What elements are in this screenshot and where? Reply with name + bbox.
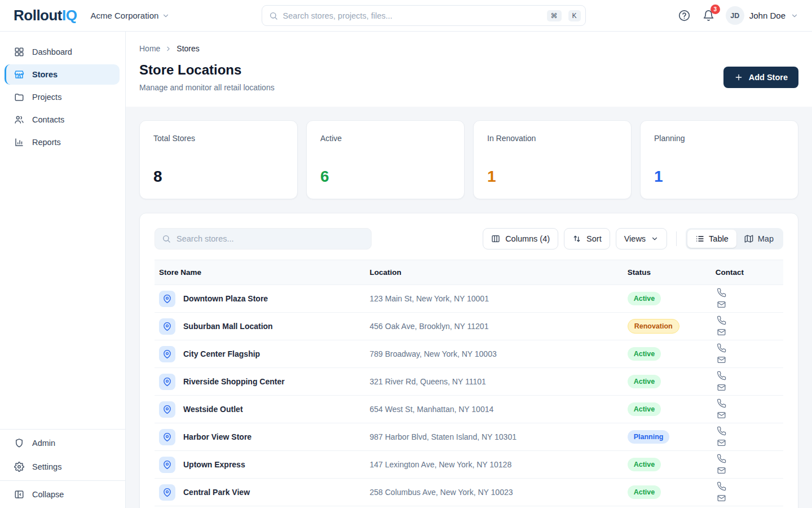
table-row[interactable]: Suburban Mall Location 456 Oak Ave, Broo…: [155, 313, 783, 340]
status-badge: Active: [628, 347, 661, 361]
sidebar-item-label: Collapse: [32, 490, 64, 499]
store-name: Harbor View Store: [183, 432, 251, 441]
mail-icon[interactable]: [716, 465, 727, 476]
sidebar-item-stores[interactable]: Stores: [5, 64, 120, 85]
logo-accent: IQ: [62, 7, 77, 24]
mail-icon[interactable]: [716, 437, 727, 449]
stat-label: Active: [320, 134, 451, 143]
stat-card-renovation: In Renovation 1: [473, 120, 632, 199]
store-name: Downtown Plaza Store: [183, 294, 268, 303]
view-map-button[interactable]: Map: [736, 230, 782, 248]
store-search-input[interactable]: [176, 234, 364, 243]
view-map-label: Map: [758, 234, 774, 243]
breadcrumb: Home Stores: [139, 44, 798, 53]
chevron-down-icon: [651, 235, 659, 243]
view-table-button[interactable]: Table: [687, 230, 736, 248]
status-badge: Active: [628, 458, 661, 471]
map-pin-icon: [159, 318, 175, 335]
stat-value: 6: [320, 168, 451, 186]
map-pin-icon: [159, 291, 175, 307]
help-button[interactable]: [677, 8, 691, 23]
mail-icon[interactable]: [716, 326, 727, 338]
status-badge: Active: [628, 402, 661, 416]
sidebar-item-dashboard[interactable]: Dashboard: [5, 42, 120, 62]
sidebar-divider: [0, 480, 125, 481]
stat-label: Planning: [654, 134, 784, 143]
sidebar-item-reports[interactable]: Reports: [5, 132, 120, 152]
view-table-label: Table: [709, 234, 729, 243]
stat-value: 8: [153, 168, 284, 186]
global-search-input[interactable]: [283, 11, 540, 20]
mail-icon[interactable]: [716, 409, 727, 421]
global-search[interactable]: ⌘ K: [262, 5, 586, 26]
column-header-contact[interactable]: Contact: [711, 260, 783, 285]
table-row[interactable]: City Center Flagship 789 Broadway, New Y…: [155, 340, 783, 368]
sidebar-item-label: Dashboard: [32, 47, 72, 56]
column-header-store-name[interactable]: Store Name: [155, 260, 365, 285]
logo-primary: Rollout: [14, 7, 62, 24]
columns-icon: [491, 234, 500, 243]
phone-icon[interactable]: [716, 397, 727, 409]
stat-card-active: Active 6: [306, 120, 465, 199]
stat-label: Total Stores: [153, 134, 284, 143]
chevron-right-icon: [165, 45, 172, 52]
stat-card-planning: Planning 1: [640, 120, 798, 199]
collapse-panel-icon: [14, 489, 24, 500]
phone-icon[interactable]: [716, 453, 727, 465]
org-switcher[interactable]: Acme Corporation: [90, 11, 170, 20]
stat-label: In Renovation: [487, 134, 617, 143]
store-name: Suburban Mall Location: [183, 322, 273, 331]
views-button[interactable]: Views: [616, 228, 667, 249]
status-badge: Active: [628, 292, 661, 305]
phone-icon[interactable]: [716, 480, 727, 492]
user-menu[interactable]: JD John Doe: [726, 6, 798, 25]
notification-count-badge: 3: [710, 5, 720, 14]
sidebar-item-settings[interactable]: Settings: [5, 457, 120, 477]
stores-table: Store Name Location Status Contact Downt…: [155, 260, 783, 506]
stat-value: 1: [487, 168, 617, 186]
table-row[interactable]: Downtown Plaza Store 123 Main St, New Yo…: [155, 285, 783, 313]
phone-icon[interactable]: [716, 370, 727, 382]
phone-icon[interactable]: [716, 287, 727, 299]
phone-icon[interactable]: [716, 425, 727, 437]
map-pin-icon: [159, 429, 175, 445]
column-header-location[interactable]: Location: [365, 260, 623, 285]
kbd-k: K: [568, 10, 581, 21]
mail-icon[interactable]: [716, 299, 727, 310]
map-icon: [744, 234, 753, 243]
table-row[interactable]: Uptown Express 147 Lexington Ave, New Yo…: [155, 451, 783, 479]
table-row[interactable]: Westside Outlet 654 West St, Manhattan, …: [155, 396, 783, 423]
kbd-cmd: ⌘: [547, 10, 562, 21]
phone-icon[interactable]: [716, 314, 727, 326]
shield-icon: [14, 438, 24, 448]
mail-icon[interactable]: [716, 382, 727, 393]
store-search[interactable]: [155, 228, 372, 249]
sort-button[interactable]: Sort: [564, 228, 610, 249]
views-label: Views: [624, 234, 646, 243]
mail-icon[interactable]: [716, 354, 727, 366]
sidebar-item-admin[interactable]: Admin: [5, 433, 120, 453]
store-icon: [14, 69, 24, 80]
store-location: 987 Harbor Blvd, Staten Island, NY 10301: [365, 423, 623, 451]
chevron-down-icon: [791, 12, 798, 20]
add-store-button[interactable]: Add Store: [723, 67, 798, 88]
map-pin-icon: [159, 346, 175, 362]
columns-button[interactable]: Columns (4): [483, 228, 558, 249]
column-header-status[interactable]: Status: [623, 260, 711, 285]
page-title: Store Locations: [139, 62, 798, 78]
sidebar-item-label: Admin: [32, 439, 55, 448]
table-row[interactable]: Riverside Shopping Center 321 River Rd, …: [155, 368, 783, 396]
list-icon: [695, 234, 704, 243]
phone-icon[interactable]: [716, 342, 727, 354]
sidebar-item-contacts[interactable]: Contacts: [5, 110, 120, 130]
store-name: Riverside Shopping Center: [183, 377, 285, 386]
table-row[interactable]: Central Park View 258 Columbus Ave, New …: [155, 479, 783, 506]
sidebar-item-projects[interactable]: Projects: [5, 87, 120, 107]
plus-icon: [734, 73, 743, 82]
search-icon: [269, 11, 278, 20]
table-row[interactable]: Harbor View Store 987 Harbor Blvd, State…: [155, 423, 783, 451]
sidebar-collapse-button[interactable]: Collapse: [5, 484, 120, 505]
sidebar-item-label: Settings: [32, 462, 61, 471]
breadcrumb-home[interactable]: Home: [139, 44, 160, 53]
mail-icon[interactable]: [716, 492, 727, 504]
